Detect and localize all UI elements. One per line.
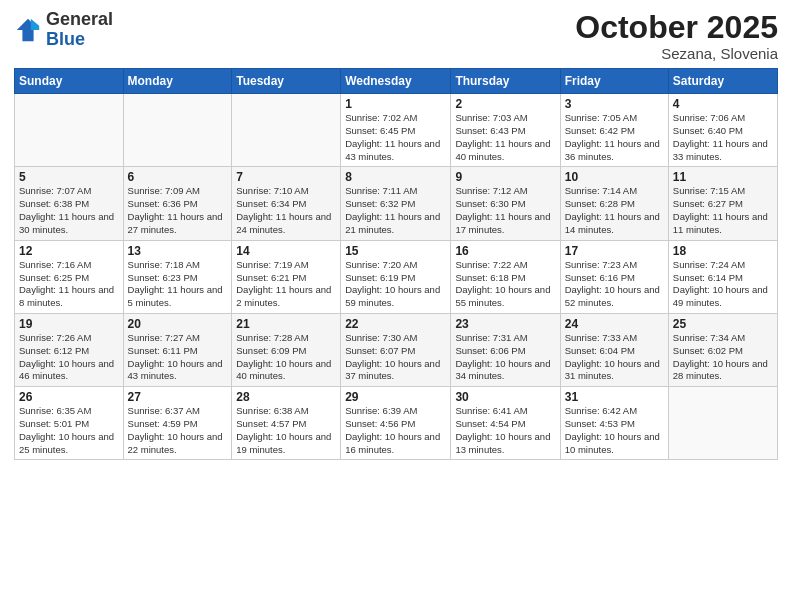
day-number: 9 [455,170,555,184]
week-row-4: 19Sunrise: 7:26 AM Sunset: 6:12 PM Dayli… [15,313,778,386]
table-cell [232,94,341,167]
table-cell: 16Sunrise: 7:22 AM Sunset: 6:18 PM Dayli… [451,240,560,313]
page: General Blue October 2025 Sezana, Sloven… [0,0,792,612]
table-cell: 10Sunrise: 7:14 AM Sunset: 6:28 PM Dayli… [560,167,668,240]
col-wednesday: Wednesday [341,69,451,94]
table-cell: 19Sunrise: 7:26 AM Sunset: 6:12 PM Dayli… [15,313,124,386]
table-cell: 6Sunrise: 7:09 AM Sunset: 6:36 PM Daylig… [123,167,232,240]
table-cell: 23Sunrise: 7:31 AM Sunset: 6:06 PM Dayli… [451,313,560,386]
day-number: 24 [565,317,664,331]
day-number: 30 [455,390,555,404]
day-info: Sunrise: 7:24 AM Sunset: 6:14 PM Dayligh… [673,259,773,310]
table-cell: 21Sunrise: 7:28 AM Sunset: 6:09 PM Dayli… [232,313,341,386]
day-info: Sunrise: 7:07 AM Sunset: 6:38 PM Dayligh… [19,185,119,236]
col-saturday: Saturday [668,69,777,94]
day-number: 16 [455,244,555,258]
day-number: 28 [236,390,336,404]
logo: General Blue [14,10,113,50]
calendar-table: Sunday Monday Tuesday Wednesday Thursday… [14,68,778,460]
day-number: 25 [673,317,773,331]
day-number: 29 [345,390,446,404]
day-number: 2 [455,97,555,111]
header: General Blue October 2025 Sezana, Sloven… [14,10,778,62]
day-info: Sunrise: 7:19 AM Sunset: 6:21 PM Dayligh… [236,259,336,310]
day-info: Sunrise: 6:37 AM Sunset: 4:59 PM Dayligh… [128,405,228,456]
day-info: Sunrise: 7:15 AM Sunset: 6:27 PM Dayligh… [673,185,773,236]
logo-blue-text: Blue [46,30,113,50]
day-info: Sunrise: 7:14 AM Sunset: 6:28 PM Dayligh… [565,185,664,236]
table-cell: 7Sunrise: 7:10 AM Sunset: 6:34 PM Daylig… [232,167,341,240]
location-subtitle: Sezana, Slovenia [575,45,778,62]
day-info: Sunrise: 6:35 AM Sunset: 5:01 PM Dayligh… [19,405,119,456]
day-number: 14 [236,244,336,258]
week-row-5: 26Sunrise: 6:35 AM Sunset: 5:01 PM Dayli… [15,387,778,460]
day-number: 8 [345,170,446,184]
day-number: 7 [236,170,336,184]
day-number: 22 [345,317,446,331]
table-cell: 14Sunrise: 7:19 AM Sunset: 6:21 PM Dayli… [232,240,341,313]
day-number: 17 [565,244,664,258]
title-block: October 2025 Sezana, Slovenia [575,10,778,62]
table-cell [15,94,124,167]
week-row-1: 1Sunrise: 7:02 AM Sunset: 6:45 PM Daylig… [15,94,778,167]
table-cell: 31Sunrise: 6:42 AM Sunset: 4:53 PM Dayli… [560,387,668,460]
table-cell: 15Sunrise: 7:20 AM Sunset: 6:19 PM Dayli… [341,240,451,313]
day-info: Sunrise: 6:41 AM Sunset: 4:54 PM Dayligh… [455,405,555,456]
day-info: Sunrise: 7:34 AM Sunset: 6:02 PM Dayligh… [673,332,773,383]
table-cell: 26Sunrise: 6:35 AM Sunset: 5:01 PM Dayli… [15,387,124,460]
calendar-header-row: Sunday Monday Tuesday Wednesday Thursday… [15,69,778,94]
logo-icon [14,16,42,44]
day-info: Sunrise: 6:38 AM Sunset: 4:57 PM Dayligh… [236,405,336,456]
day-number: 31 [565,390,664,404]
day-number: 12 [19,244,119,258]
day-info: Sunrise: 7:31 AM Sunset: 6:06 PM Dayligh… [455,332,555,383]
day-info: Sunrise: 7:16 AM Sunset: 6:25 PM Dayligh… [19,259,119,310]
table-cell: 11Sunrise: 7:15 AM Sunset: 6:27 PM Dayli… [668,167,777,240]
table-cell: 29Sunrise: 6:39 AM Sunset: 4:56 PM Dayli… [341,387,451,460]
day-number: 4 [673,97,773,111]
day-info: Sunrise: 7:27 AM Sunset: 6:11 PM Dayligh… [128,332,228,383]
day-number: 21 [236,317,336,331]
col-monday: Monday [123,69,232,94]
week-row-3: 12Sunrise: 7:16 AM Sunset: 6:25 PM Dayli… [15,240,778,313]
day-info: Sunrise: 7:33 AM Sunset: 6:04 PM Dayligh… [565,332,664,383]
day-number: 6 [128,170,228,184]
day-info: Sunrise: 7:28 AM Sunset: 6:09 PM Dayligh… [236,332,336,383]
week-row-2: 5Sunrise: 7:07 AM Sunset: 6:38 PM Daylig… [15,167,778,240]
day-info: Sunrise: 6:42 AM Sunset: 4:53 PM Dayligh… [565,405,664,456]
day-info: Sunrise: 7:26 AM Sunset: 6:12 PM Dayligh… [19,332,119,383]
table-cell: 18Sunrise: 7:24 AM Sunset: 6:14 PM Dayli… [668,240,777,313]
day-number: 18 [673,244,773,258]
day-info: Sunrise: 7:10 AM Sunset: 6:34 PM Dayligh… [236,185,336,236]
col-tuesday: Tuesday [232,69,341,94]
day-info: Sunrise: 7:12 AM Sunset: 6:30 PM Dayligh… [455,185,555,236]
table-cell: 8Sunrise: 7:11 AM Sunset: 6:32 PM Daylig… [341,167,451,240]
day-info: Sunrise: 7:05 AM Sunset: 6:42 PM Dayligh… [565,112,664,163]
logo-general-text: General [46,10,113,30]
col-sunday: Sunday [15,69,124,94]
table-cell: 20Sunrise: 7:27 AM Sunset: 6:11 PM Dayli… [123,313,232,386]
day-info: Sunrise: 7:20 AM Sunset: 6:19 PM Dayligh… [345,259,446,310]
day-info: Sunrise: 7:02 AM Sunset: 6:45 PM Dayligh… [345,112,446,163]
day-info: Sunrise: 6:39 AM Sunset: 4:56 PM Dayligh… [345,405,446,456]
table-cell: 9Sunrise: 7:12 AM Sunset: 6:30 PM Daylig… [451,167,560,240]
day-info: Sunrise: 7:30 AM Sunset: 6:07 PM Dayligh… [345,332,446,383]
day-number: 19 [19,317,119,331]
day-info: Sunrise: 7:06 AM Sunset: 6:40 PM Dayligh… [673,112,773,163]
day-number: 10 [565,170,664,184]
day-number: 15 [345,244,446,258]
table-cell: 13Sunrise: 7:18 AM Sunset: 6:23 PM Dayli… [123,240,232,313]
day-info: Sunrise: 7:11 AM Sunset: 6:32 PM Dayligh… [345,185,446,236]
table-cell: 4Sunrise: 7:06 AM Sunset: 6:40 PM Daylig… [668,94,777,167]
day-info: Sunrise: 7:22 AM Sunset: 6:18 PM Dayligh… [455,259,555,310]
table-cell: 1Sunrise: 7:02 AM Sunset: 6:45 PM Daylig… [341,94,451,167]
day-info: Sunrise: 7:23 AM Sunset: 6:16 PM Dayligh… [565,259,664,310]
day-info: Sunrise: 7:03 AM Sunset: 6:43 PM Dayligh… [455,112,555,163]
day-info: Sunrise: 7:18 AM Sunset: 6:23 PM Dayligh… [128,259,228,310]
day-number: 20 [128,317,228,331]
logo-text: General Blue [46,10,113,50]
svg-marker-1 [31,19,39,30]
day-number: 3 [565,97,664,111]
day-number: 13 [128,244,228,258]
table-cell: 24Sunrise: 7:33 AM Sunset: 6:04 PM Dayli… [560,313,668,386]
